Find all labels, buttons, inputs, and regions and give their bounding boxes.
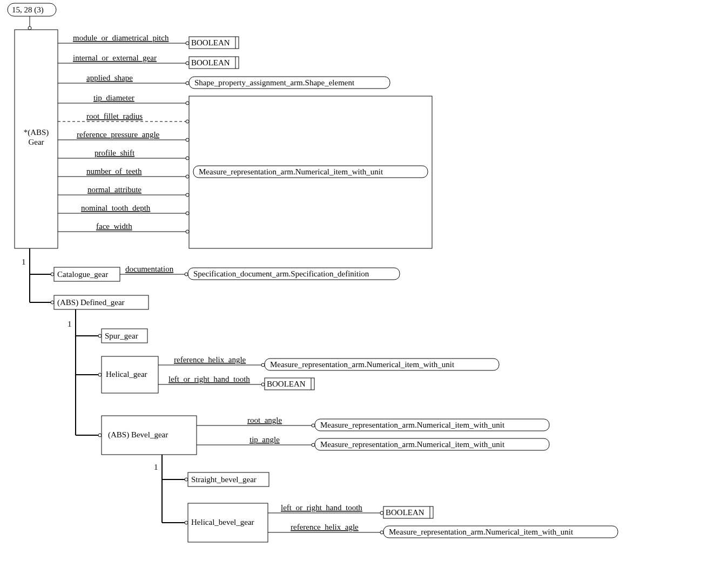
one-label-3: 1 (154, 463, 158, 471)
type-boolean-1-label: BOOLEAN (191, 38, 230, 47)
one-label-2: 1 (68, 320, 72, 328)
svg-point-1 (28, 26, 31, 30)
attr-root-fillet-radius: root_fillet_radius (86, 112, 143, 120)
attr-profile-shift: profile_shift (95, 148, 135, 157)
attr-tip-diameter: tip_diameter (93, 93, 134, 102)
svg-point-15 (186, 138, 189, 141)
svg-point-55 (380, 511, 383, 515)
attr-number-of-teeth: number_of_teeth (86, 167, 142, 175)
entity-catalogue-gear-label: Catalogue_gear (57, 270, 108, 279)
svg-point-58 (380, 531, 383, 534)
type-measure-helical-bevel-label: Measure_representation_arm.Numerical_ite… (389, 528, 574, 536)
svg-point-13 (186, 120, 189, 123)
attr-applied-shape: applied_shape (86, 73, 133, 82)
entity-defined-gear-label: (ABS) Defined_gear (57, 298, 125, 307)
type-measure-big-label: Measure_representation_arm.Numerical_ite… (199, 167, 383, 176)
svg-point-48 (312, 443, 315, 447)
entity-gear-label-line2: Gear (28, 138, 44, 146)
type-measure-bevel-tip-label: Measure_representation_arm.Numerical_ite… (320, 440, 505, 449)
entity-bevel-gear-label: (ABS) Bevel_gear (108, 430, 168, 440)
entity-helical-gear-label: Helical_gear (106, 370, 147, 379)
svg-point-19 (186, 175, 189, 178)
entity-gear-label-line1: *(ABS) (24, 128, 49, 137)
attr-left-or-right-hand-tooth-2: left_or_right_hand_tooth (281, 503, 362, 512)
svg-point-41 (261, 383, 265, 386)
svg-point-28 (51, 273, 54, 276)
svg-point-21 (186, 193, 189, 197)
svg-point-17 (186, 157, 189, 160)
attr-normal-attribute: normal_attribute (87, 185, 141, 194)
page-reference-text: 15, 28 (3) (12, 5, 44, 15)
type-measure-helical-label: Measure_representation_arm.Numerical_ite… (270, 360, 455, 369)
attr-tip-angle: tip_angle (250, 435, 280, 444)
svg-point-6 (186, 62, 189, 65)
svg-point-11 (186, 102, 189, 105)
type-boolean-2-label: BOOLEAN (191, 58, 230, 67)
type-shape-element-label: Shape_property_assignment_arm.Shape_elem… (194, 78, 355, 87)
svg-point-46 (312, 424, 315, 427)
svg-point-53 (185, 521, 188, 524)
svg-point-9 (186, 82, 189, 85)
attr-reference-pressure-angle: reference_pressure_angle (77, 130, 160, 139)
attr-face-width: face_width (96, 222, 132, 231)
attr-module-or-diametrical-pitch: module_or_diametrical_pitch (73, 33, 169, 42)
attr-internal-or-external-gear: internal_or_external_gear (73, 53, 157, 62)
svg-point-32 (51, 301, 54, 304)
type-specification-definition-label: Specification_document_arm.Specification… (193, 269, 369, 278)
attr-documentation: documentation (125, 265, 174, 273)
svg-point-39 (261, 363, 265, 367)
attr-left-or-right-hand-tooth-1: left_or_right_hand_tooth (168, 375, 250, 383)
svg-point-23 (186, 212, 189, 215)
svg-point-35 (98, 334, 102, 337)
attr-reference-helix-agle: reference_helix_agle (291, 523, 359, 531)
entity-helical-bevel-gear-label: Helical_bevel_gear (191, 518, 254, 526)
svg-point-30 (185, 273, 188, 276)
entity-spur-gear-label: Spur_gear (105, 332, 138, 340)
type-boolean-3-label: BOOLEAN (267, 380, 306, 388)
attr-nominal-tooth-depth: nominal_tooth_depth (81, 204, 151, 212)
entity-straight-bevel-gear-label: Straight_bevel_gear (191, 475, 257, 484)
attr-reference-helix-angle: reference_helix_angle (174, 355, 246, 364)
svg-point-3 (186, 42, 189, 45)
svg-point-44 (98, 434, 102, 437)
svg-point-37 (98, 373, 102, 376)
type-boolean-4-label: BOOLEAN (386, 508, 424, 517)
svg-point-51 (185, 478, 188, 481)
svg-point-25 (186, 230, 189, 233)
one-label-1: 1 (22, 258, 26, 266)
type-measure-bevel-root-label: Measure_representation_arm.Numerical_ite… (320, 421, 505, 429)
attr-root-angle: root_angle (247, 416, 282, 424)
